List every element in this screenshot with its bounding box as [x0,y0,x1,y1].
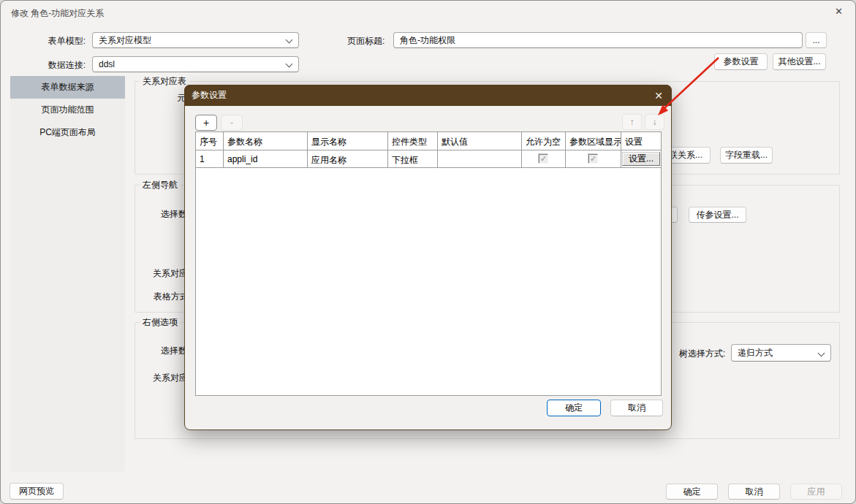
table-row: 1 appli_id 应用名称 下拉框 ✓ ✓ 设置... [196,150,661,168]
window-title: 修改 角色-功能对应关系 [11,7,104,20]
param-settings-button[interactable]: 参数设置 [714,53,768,70]
header-control-type: 控件类型 [388,132,438,150]
form-model-value: 关系对应模型 [99,35,151,45]
header-allow-empty: 允许为空 [522,132,566,150]
form-model-label: 表单模型: [48,36,86,46]
web-preview-button[interactable]: 网页预览 [10,483,64,500]
header-settings: 设置 [621,132,661,150]
page-title-input[interactable] [393,32,803,48]
group-left-nav-title: 左侧导航 [140,180,181,191]
table-mode-label: 表格方式 [154,291,189,302]
param-pass-button[interactable]: 传参设置... [689,207,746,223]
tree-select-mode-label: 树选择方式: [679,348,725,359]
cell-settings: 设置... [621,150,661,167]
cell-seq: 1 [196,150,224,167]
parameter-table: 序号 参数名称 显示名称 控件类型 默认值 允许为空 参数区域显示 设置 1 a… [195,131,662,396]
chevron-down-icon [818,350,825,357]
add-row-button[interactable]: + [195,115,217,131]
header-display-name: 显示名称 [308,132,388,150]
select-data-label: 选择数 [161,209,187,219]
cell-control-type: 下拉框 [388,150,438,167]
app-window: 修改 角色-功能对应关系 ✕ 表单模型: 关系对应模型 页面标题: ... 数据… [0,0,856,504]
move-down-button[interactable]: ↓ [645,114,664,130]
select-data-label: 选择数 [161,345,187,356]
sidebar-item-page-function-scope[interactable]: 页面功能范围 [10,99,125,121]
page-title-more-button[interactable]: ... [806,32,827,48]
cell-allow-empty: ✓ [522,150,566,167]
cancel-button[interactable]: 取消 [728,484,780,500]
dialog-ok-button[interactable]: 确定 [547,400,601,416]
cell-display-name: 应用名称 [308,150,388,167]
cell-param-name: appli_id [224,150,308,167]
sidebar: 表单数据来源 页面功能范围 PC端页面布局 [10,76,125,472]
dialog-close-icon[interactable]: ✕ [654,91,663,101]
tree-select-mode-value: 递归方式 [738,348,773,358]
relation-label: 关系对应 [153,373,188,383]
table-header-row: 序号 参数名称 显示名称 控件类型 默认值 允许为空 参数区域显示 设置 [196,132,661,150]
allow-empty-checkbox[interactable]: ✓ [539,154,548,164]
row-settings-button[interactable]: 设置... [622,152,660,166]
other-settings-button[interactable]: 其他设置... [773,53,826,70]
cell-default-value [438,150,522,167]
header-param-area-display: 参数区域显示 [566,132,621,150]
remove-row-button[interactable]: - [221,115,243,131]
form-model-select[interactable]: 关系对应模型 [92,32,299,48]
param-area-display-checkbox[interactable]: ✓ [588,154,598,164]
ok-button[interactable]: 确定 [666,484,718,500]
data-connection-select[interactable]: ddsl [92,56,299,72]
dialog-cancel-button[interactable]: 取消 [610,400,663,416]
dialog-titlebar: 参数设置 ✕ [184,85,672,106]
window-titlebar: 修改 角色-功能对应关系 ✕ [1,1,855,23]
relation-label: 关系对应 [153,268,188,278]
sidebar-item-pc-page-layout[interactable]: PC端页面布局 [10,121,125,144]
chevron-down-icon [286,61,293,68]
tree-select-mode-select[interactable]: 递归方式 [731,344,831,362]
header-param-name: 参数名称 [224,132,308,150]
cell-param-area-display: ✓ [566,150,621,167]
header-default-value: 默认值 [438,132,522,150]
data-connection-label: 数据连接: [48,60,86,70]
group-right-options-title: 右侧选项 [140,317,181,328]
sidebar-item-form-data-source[interactable]: 表单数据来源 [10,76,125,99]
move-up-button[interactable]: ↑ [622,114,642,130]
group-relation-table-title: 关系对应表 [140,76,189,87]
window-close-icon[interactable]: ✕ [822,1,855,23]
chevron-down-icon [286,37,293,44]
page-title-label: 页面标题: [347,36,385,46]
header-seq: 序号 [196,132,224,150]
data-connection-value: ddsl [99,59,115,69]
field-reload-button[interactable]: 字段重载... [720,147,773,164]
apply-button[interactable]: 应用 [790,484,842,500]
param-settings-dialog: 参数设置 ✕ + - ↑ ↓ 序号 参数名称 显示名称 控件类型 默认值 允许为… [184,85,672,430]
dialog-title: 参数设置 [192,89,227,102]
